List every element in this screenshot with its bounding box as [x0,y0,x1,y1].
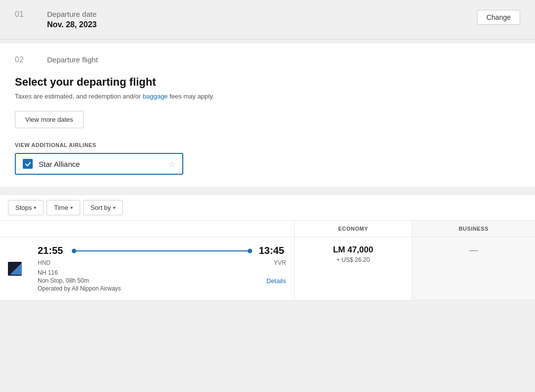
flight-number: NH 116 [38,269,121,276]
sortby-chevron-icon: ▾ [113,205,115,210]
time-label: Time [54,204,68,211]
departure-date-value: Nov. 28, 2023 [47,20,97,29]
additional-airlines-section: VIEW ADDITIONAL AIRLINES Star Alliance ☆ [0,142,535,187]
flight-cell: 21:55 13:45 [0,237,294,300]
table-row: 21:55 13:45 [0,237,535,300]
additional-airlines-label: VIEW ADDITIONAL AIRLINES [15,142,520,148]
sort-by-label: Sort by [91,204,111,211]
filter-bar: Stops ▾ Time ▾ Sort by ▾ [0,195,535,221]
baggage-link[interactable]: baggage [143,93,168,100]
step-number-01: 01 [15,10,32,19]
star-alliance-row[interactable]: Star Alliance ☆ [15,153,183,175]
select-flight-title: Select your departing flight [15,76,520,89]
flight-stops: Non Stop, 08h 50m [38,277,121,284]
step-number-02: 02 [15,55,32,64]
operated-by: Operated by All Nippon Airways [38,285,121,292]
airline-logo [8,258,30,280]
departure-date-section: 01 Departure date Nov. 28, 2023 Change [0,0,535,40]
departure-flight-label: Departure flight [47,55,98,64]
business-price: — [469,245,478,255]
col-header-flight [0,221,294,237]
star-alliance-checkbox[interactable] [23,159,33,169]
star-favorite-icon[interactable]: ☆ [168,159,175,169]
business-cell[interactable]: — [412,237,535,300]
arrive-time: 13:45 [259,245,286,256]
economy-cell[interactable]: LM 47,000 + US$ 26.20 [294,237,412,300]
stops-chevron-icon: ▾ [34,205,36,210]
flights-table: ECONOMY BUSINESS [0,221,535,300]
taxes-note: Taxes are estimated, and redemption and/… [15,93,520,100]
filter-results-section: Stops ▾ Time ▾ Sort by ▾ ECONOMY BUSINES… [0,195,535,300]
stops-label: Stops [15,204,32,211]
view-more-dates-button[interactable]: View more dates [15,111,84,128]
departure-date-label: Departure date [47,10,97,18]
stops-filter-button[interactable]: Stops ▾ [8,200,44,215]
flight-duration-line [72,250,252,251]
details-link[interactable]: Details [267,277,286,285]
depart-time: 21:55 [38,245,65,256]
change-button[interactable]: Change [477,10,520,25]
time-chevron-icon: ▾ [70,205,73,210]
economy-price: LM 47,000 [303,245,404,255]
departure-flight-section: 02 Departure flight Select your departin… [0,44,535,142]
col-header-economy: ECONOMY [294,221,412,237]
depart-airport: HND [38,259,65,266]
sort-by-filter-button[interactable]: Sort by ▾ [83,200,123,215]
arrive-airport: YVR [274,259,286,266]
col-header-business: BUSINESS [412,221,535,237]
time-filter-button[interactable]: Time ▾ [47,200,80,215]
star-alliance-label: Star Alliance [39,160,80,168]
economy-usd: + US$ 26.20 [303,256,404,263]
